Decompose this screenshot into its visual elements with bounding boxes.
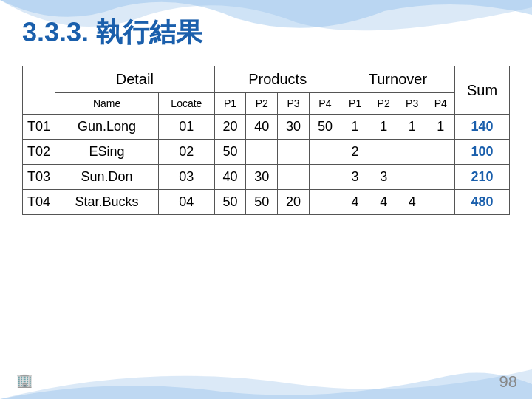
row-tp1: 2 [341,140,369,165]
row-name: Star.Bucks [55,190,159,215]
main-table: Detail Products Turnover Sum Name Locate… [22,66,510,215]
table-row: T01Gun.Long01204030501111140 [23,115,510,140]
row-tp2: 3 [369,165,398,190]
subheader-tp4: P4 [426,93,455,115]
row-tp3: 4 [398,190,426,215]
row-pp1: 50 [214,140,246,165]
subheader-p2: P2 [246,93,278,115]
table-row: T04Star.Bucks04505020444480 [23,190,510,215]
row-tp4: 1 [426,115,455,140]
row-id: T02 [23,140,55,165]
subheader-tp1: P1 [341,93,369,115]
row-pp4 [310,190,341,215]
row-tp3 [398,140,426,165]
row-sum: 210 [454,165,509,190]
page-title: 3.3.3. 執行結果 [22,15,510,51]
row-sum: 140 [454,115,509,140]
row-pp2: 40 [246,115,278,140]
row-pp1: 50 [214,190,246,215]
row-tp1: 1 [341,115,369,140]
row-pp3: 20 [278,190,310,215]
row-pp3 [278,140,310,165]
col-sum-header: Sum [454,66,509,115]
row-pp4 [310,165,341,190]
col-detail: Detail [55,66,215,93]
subheader-tp2: P2 [369,93,398,115]
col-empty [23,66,55,115]
row-tp3: 1 [398,115,426,140]
row-tp2 [369,140,398,165]
row-pp2: 50 [246,190,278,215]
row-sum: 100 [454,140,509,165]
subheader-p1: P1 [214,93,246,115]
row-id: T04 [23,190,55,215]
row-locate: 02 [159,140,214,165]
row-pp3: 30 [278,115,310,140]
row-locate: 04 [159,190,214,215]
row-tp4 [426,165,455,190]
row-tp4 [426,140,455,165]
row-tp1: 3 [341,165,369,190]
subheader-locate: Locate [159,93,214,115]
row-pp3 [278,165,310,190]
subheader-name: Name [55,93,159,115]
row-pp4: 50 [310,115,341,140]
row-tp3 [398,165,426,190]
subheader-p3: P3 [278,93,310,115]
subheader-tp3: P3 [398,93,426,115]
row-id: T01 [23,115,55,140]
row-locate: 01 [159,115,214,140]
row-name: Gun.Long [55,115,159,140]
row-tp4 [426,190,455,215]
bg-curve-bottom [0,355,532,399]
svg-text:🏢: 🏢 [16,372,33,389]
col-products: Products [214,66,341,93]
row-id: T03 [23,165,55,190]
footer-logo: 🏢 [15,369,44,393]
row-pp1: 40 [214,165,246,190]
row-name: ESing [55,140,159,165]
row-pp2: 30 [246,165,278,190]
footer-page-number: 98 [499,372,517,392]
subheader-p4: P4 [310,93,341,115]
row-pp4 [310,140,341,165]
row-sum: 480 [454,190,509,215]
row-tp2: 1 [369,115,398,140]
table-row: T03Sun.Don03403033210 [23,165,510,190]
row-locate: 03 [159,165,214,190]
row-tp1: 4 [341,190,369,215]
row-pp2 [246,140,278,165]
table-row: T02ESing02502100 [23,140,510,165]
row-tp2: 4 [369,190,398,215]
row-pp1: 20 [214,115,246,140]
row-name: Sun.Don [55,165,159,190]
col-turnover: Turnover [341,66,454,93]
